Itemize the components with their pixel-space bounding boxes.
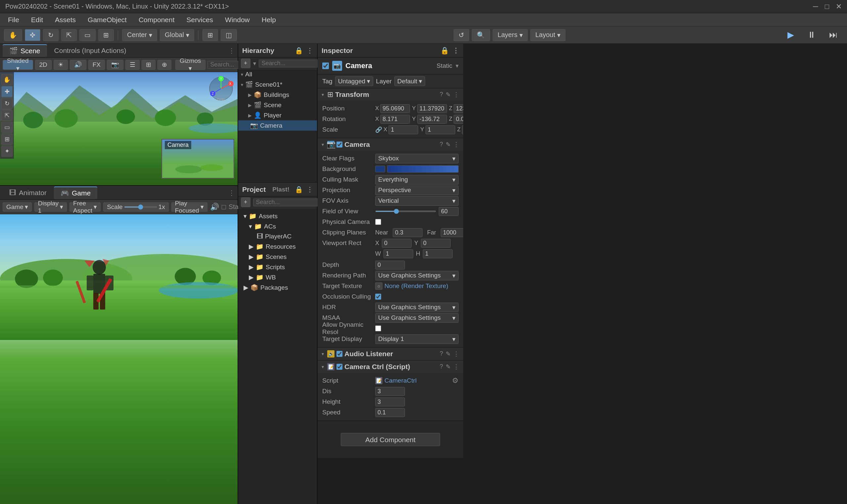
menu-file[interactable]: File <box>3 15 24 25</box>
hierarchy-item-player[interactable]: ▶ 👤 Player <box>238 110 317 120</box>
folder-playerac[interactable]: 🎞 PlayerAC <box>241 232 314 241</box>
script-value[interactable]: CameraCtrl <box>385 377 417 384</box>
hierarchy-lock-btn[interactable]: 🔒 <box>295 47 303 55</box>
hierarchy-more-btn[interactable]: ⋮ <box>306 47 313 55</box>
menu-services[interactable]: Services <box>181 15 219 25</box>
folder-acs[interactable]: ▾ 📁 ACs <box>241 221 314 232</box>
inspector-more-btn[interactable]: ⋮ <box>452 47 459 55</box>
audio-listener-header[interactable]: ▾ 🔊 Audio Listener ? ✎ ⋮ <box>318 347 463 360</box>
near-input[interactable] <box>393 228 423 237</box>
undo-history-button[interactable]: ↺ <box>454 29 469 41</box>
camera-ctrl-header[interactable]: ▾ 📝 Camera Ctrl (Script) ? ✎ ⋮ <box>318 360 463 373</box>
tag-dropdown[interactable]: Untagged ▾ <box>335 76 373 86</box>
pos-x-input[interactable] <box>380 104 410 113</box>
project-more-btn[interactable]: ⋮ <box>306 185 313 194</box>
vr-h-input[interactable] <box>423 249 453 258</box>
2d-toggle[interactable]: 2D <box>35 60 52 70</box>
fov-slider[interactable] <box>375 211 436 212</box>
height-input[interactable] <box>375 397 405 407</box>
fov-axis-dropdown[interactable]: Vertical ▾ <box>375 196 459 206</box>
physical-camera-checkbox[interactable] <box>375 219 381 225</box>
gizmos-dropdown[interactable]: Gizmos ▾ <box>175 60 205 70</box>
folder-assets[interactable]: ▾ 📁 Assets <box>241 211 314 221</box>
maximize-button[interactable]: □ <box>825 2 829 11</box>
step-button[interactable]: ⏭ <box>824 29 843 41</box>
speed-input[interactable] <box>375 408 405 417</box>
scene-gizmos-btn[interactable]: ☰ <box>125 60 140 70</box>
far-input[interactable] <box>441 228 463 237</box>
lighting-toggle[interactable]: ☀ <box>54 60 68 70</box>
camera-comp-header[interactable]: ▾ 📷 Camera ? ✎ ⋮ <box>318 138 463 151</box>
transform-header[interactable]: ▾ ⊞ Transform ? ✎ ⋮ <box>318 88 463 101</box>
tool-move[interactable]: ✚ <box>1 86 13 97</box>
dis-input[interactable] <box>375 387 405 396</box>
tab-animator[interactable]: 🎞 Animator <box>3 187 53 199</box>
folder-scenes[interactable]: ▶ 📁 Scenes <box>241 252 314 262</box>
rot-z-input[interactable] <box>454 115 463 124</box>
fov-value[interactable] <box>439 207 459 216</box>
rot-x-input[interactable] <box>380 115 410 124</box>
vr-x-input[interactable] <box>382 239 411 248</box>
hierarchy-item-all[interactable]: ▾ All <box>238 69 317 79</box>
ctrl-help-btn[interactable]: ? <box>440 363 443 371</box>
object-active-checkbox[interactable] <box>322 62 329 69</box>
vr-w-input[interactable] <box>384 249 413 258</box>
ctrl-enable-checkbox[interactable] <box>336 364 342 370</box>
inspector-lock-btn[interactable]: 🔒 <box>440 47 449 55</box>
game-mode-dropdown[interactable]: Game ▾ <box>3 202 32 212</box>
msaa-dropdown[interactable]: Use Graphics Settings ▾ <box>375 313 459 323</box>
layer-dropdown[interactable]: Default ▾ <box>394 76 425 86</box>
scale-control[interactable]: Scale 1x <box>103 202 169 212</box>
global-local-toggle[interactable]: Global▾ <box>160 29 194 41</box>
audio-enable-checkbox[interactable] <box>336 351 342 357</box>
tool-rotate[interactable]: ↻ <box>1 98 13 109</box>
tool-scale[interactable]: ⇱ <box>1 110 13 121</box>
audio-more-btn[interactable]: ⋮ <box>453 350 459 358</box>
audio-toggle[interactable]: 🔊 <box>70 60 86 70</box>
pause-button[interactable]: ⏸ <box>802 29 821 41</box>
rot-y-input[interactable] <box>417 115 447 124</box>
depth-input[interactable] <box>375 260 405 270</box>
search-button[interactable]: 🔍 <box>472 29 490 41</box>
scene-grid-btn[interactable]: ⊞ <box>142 60 156 70</box>
close-button[interactable]: ✕ <box>836 2 842 11</box>
allow-dynamic-checkbox[interactable] <box>375 325 381 331</box>
display-dropdown[interactable]: Display 1 ▾ <box>34 202 67 212</box>
transform-rotate-tool[interactable]: ↻ <box>43 29 58 41</box>
center-pivot-toggle[interactable]: Center▾ <box>122 29 157 41</box>
hierarchy-item-scene01[interactable]: ▾ 🎬 Scene01* <box>238 79 317 90</box>
culling-mask-dropdown[interactable]: Everything ▾ <box>375 175 459 184</box>
game-tab-options[interactable]: ⋮ <box>228 189 235 197</box>
projection-dropdown[interactable]: Perspective ▾ <box>375 185 459 195</box>
tool-hand[interactable]: ✋ <box>1 74 13 85</box>
transform-scale-tool[interactable]: ⇱ <box>61 29 77 41</box>
transform-help-btn[interactable]: ? <box>440 91 443 98</box>
menu-edit[interactable]: Edit <box>26 15 48 25</box>
tab-scene[interactable]: 🎬 Scene <box>3 44 47 57</box>
transform-hand-tool[interactable]: ✋ <box>4 29 22 41</box>
camera-help-btn[interactable]: ? <box>440 141 443 148</box>
tool-custom[interactable]: ✦ <box>1 145 13 157</box>
layers-dropdown[interactable]: Layers▾ <box>493 29 528 41</box>
transform-move-tool[interactable]: ✜ <box>25 29 40 41</box>
scene-more-btn[interactable]: ⊕ <box>158 60 171 70</box>
folder-packages[interactable]: ▶ 📦 Packages <box>241 283 314 293</box>
script-edit-btn[interactable]: ⚙ <box>452 376 459 385</box>
scene-tab-options[interactable]: ⋮ <box>228 47 235 55</box>
ctrl-more-btn[interactable]: ⋮ <box>453 363 459 371</box>
project-add-btn[interactable]: + <box>241 197 250 207</box>
add-component-button[interactable]: Add Component <box>341 433 440 446</box>
audio-help-btn[interactable]: ? <box>440 350 443 358</box>
menu-gameobject[interactable]: GameObject <box>82 15 132 25</box>
pos-z-input[interactable] <box>454 104 463 113</box>
camera-edit-btn[interactable]: ✎ <box>446 141 451 148</box>
occlusion-culling-checkbox[interactable] <box>375 294 381 300</box>
hdr-dropdown[interactable]: Use Graphics Settings ▾ <box>375 303 459 312</box>
pos-y-input[interactable] <box>417 104 447 113</box>
transform-more-btn[interactable]: ⋮ <box>453 91 459 98</box>
fx-toggle[interactable]: FX <box>88 60 105 70</box>
menu-assets[interactable]: Assets <box>50 15 81 25</box>
static-dropdown[interactable]: ▾ <box>456 62 459 69</box>
clear-flags-dropdown[interactable]: Skybox ▾ <box>375 154 459 163</box>
transform-rect-tool[interactable]: ▭ <box>80 29 95 41</box>
